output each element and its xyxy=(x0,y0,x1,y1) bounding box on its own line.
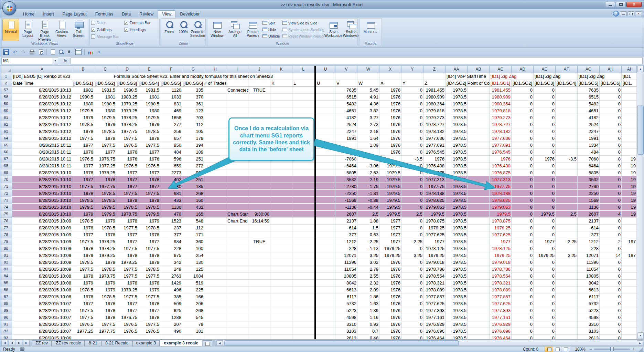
cell-C73[interactable]: 1978.5 xyxy=(94,197,116,204)
cell-Y81[interactable]: 3.25 xyxy=(401,252,423,259)
cell-A1[interactable]: [ID0] ESU5 [C] Renko 2t #23 xyxy=(12,73,71,80)
cell-Z91[interactable]: 1976.929 xyxy=(423,321,446,328)
cell-A78[interactable]: 8/28/2015 10:09 xyxy=(12,231,72,238)
row-header-72[interactable]: 72 xyxy=(0,190,12,197)
cell-B83[interactable]: 1977.5 xyxy=(72,266,94,273)
cell-B65[interactable]: 1977 xyxy=(72,142,94,149)
sheet-tab-example-3-recalc[interactable]: example 3 recalc xyxy=(160,340,202,346)
cell-AE85[interactable]: 0 xyxy=(534,280,556,287)
ribbon-tab-insert[interactable]: Insert xyxy=(39,10,58,18)
cell-AG79[interactable]: 1212 xyxy=(578,238,600,245)
cell-B72[interactable]: 1978 xyxy=(72,190,94,197)
row-header-61[interactable]: 61 xyxy=(0,114,12,121)
cell-Y87[interactable]: 0 xyxy=(401,293,423,300)
cell-V85[interactable]: 8042 xyxy=(335,280,357,287)
cell-AE2[interactable]: [ID1.SG3] xyxy=(534,80,556,87)
cell-F77[interactable]: 237 xyxy=(160,225,182,231)
column-header-D[interactable]: D xyxy=(116,66,138,73)
cell-AA77[interactable]: 1978.5 xyxy=(446,225,468,231)
cell-C60[interactable]: 1980 xyxy=(94,107,116,114)
cell-Y59[interactable]: 0 xyxy=(401,101,423,107)
ribbon-tab-developer[interactable]: Developer xyxy=(176,10,204,18)
cell-F81[interactable]: 675 xyxy=(160,252,182,259)
zoom-button[interactable]: Zoom xyxy=(162,19,176,41)
cell-E73[interactable]: 1978 xyxy=(138,197,160,204)
cell-AA76[interactable]: 1978.5 xyxy=(446,218,468,225)
cell-W91[interactable]: 0.93 xyxy=(357,321,379,328)
cell-AE74[interactable]: 0 xyxy=(534,204,556,211)
cell-AE62[interactable]: 0 xyxy=(534,121,556,128)
cell-AH92[interactable]: 0 xyxy=(600,328,622,335)
cell-AE78[interactable]: 0 xyxy=(534,231,556,238)
horizontal-scrollbar[interactable]: ◀ ▶ xyxy=(216,340,643,346)
cell-AD84[interactable]: 0 xyxy=(512,273,534,280)
cell-Y65[interactable]: 0 xyxy=(401,142,423,149)
cell-G68[interactable]: 272 xyxy=(182,163,204,169)
cell-AC62[interactable]: 1978.727 xyxy=(490,121,512,128)
cell-Z75[interactable]: 1979.5 xyxy=(423,211,446,218)
cell-G73[interactable]: 160 xyxy=(182,197,204,204)
cell-X88[interactable]: 1976 xyxy=(379,300,401,307)
cell-Z76[interactable]: 1978.875 xyxy=(423,218,446,225)
row-header-59[interactable]: 59 xyxy=(0,101,12,107)
qat-overflow-button[interactable]: ▾ xyxy=(95,48,103,56)
cell-B58[interactable]: 1980.5 xyxy=(72,94,94,101)
cell-V62[interactable]: 2524 xyxy=(335,121,357,128)
insert-function-button[interactable]: fx xyxy=(61,58,70,64)
cell-AH62[interactable]: 0 xyxy=(600,121,622,128)
cell-A68[interactable]: 8/28/2015 10:11 xyxy=(12,163,72,169)
cell-Z68[interactable]: 1976.438 xyxy=(423,163,446,169)
cell-D80[interactable]: 1977.5 xyxy=(116,245,138,252)
cell-E90[interactable]: 1978 xyxy=(138,314,160,321)
row-header-80[interactable]: 80 xyxy=(0,245,12,252)
cell-V58[interactable]: 6515 xyxy=(335,94,357,101)
cell-C72[interactable]: 1978.5 xyxy=(94,190,116,197)
cell-AG57[interactable]: 7635 xyxy=(578,87,600,94)
cell-D81[interactable]: 1978 xyxy=(116,252,138,259)
cell-J76[interactable]: 16:14:59 xyxy=(248,218,270,225)
cell-AG78[interactable]: 377 xyxy=(578,231,600,238)
cell-F86[interactable]: 496 xyxy=(160,287,182,293)
cell-A74[interactable]: 8/28/2015 10:10 xyxy=(12,204,72,211)
cell-B82[interactable]: 1978.5 xyxy=(72,259,94,266)
column-header-G[interactable]: G xyxy=(182,66,204,73)
cell-AA57[interactable]: 1978.5 xyxy=(446,87,468,94)
row-header-83[interactable]: 83 xyxy=(0,266,12,273)
cell-AG73[interactable]: 1569 xyxy=(578,197,600,204)
cell-C66[interactable]: 1977 xyxy=(94,149,116,156)
cell-AG76[interactable]: 2137 xyxy=(578,218,600,225)
cell-AG80[interactable]: 228 xyxy=(578,245,600,252)
cell-X61[interactable]: 1976 xyxy=(379,114,401,121)
cell-F92[interactable]: 490 xyxy=(160,328,182,335)
cell-AD61[interactable]: 0 xyxy=(512,114,534,121)
cell-A83[interactable]: 8/28/2015 10:09 xyxy=(12,266,72,273)
cell-F80[interactable]: 228 xyxy=(160,245,182,252)
name-box-dropdown-icon[interactable]: ▼ xyxy=(53,58,58,64)
cell-B66[interactable]: 1976 xyxy=(72,149,94,156)
tab-scrollbar-splitter[interactable] xyxy=(213,340,215,345)
cell-U2[interactable]: U xyxy=(316,80,335,87)
cell-AD83[interactable]: 0 xyxy=(512,266,534,273)
cell-C84[interactable]: 1978.75 xyxy=(94,273,116,280)
cell-D74[interactable]: 1978.5 xyxy=(116,204,138,211)
cell-A73[interactable]: 8/28/2015 10:10 xyxy=(12,197,72,204)
cell-B90[interactable]: 1977.5 xyxy=(72,314,94,321)
cell-F85[interactable]: 1429 xyxy=(160,280,182,287)
cell-X75[interactable]: 1979.5 xyxy=(379,211,401,218)
cell-AG67[interactable]: 7060 xyxy=(578,156,600,163)
cell-Y92[interactable]: 0 xyxy=(401,328,423,335)
cell-AG87[interactable]: 6117 xyxy=(578,293,600,300)
cell-W87[interactable]: 1.86 xyxy=(357,293,379,300)
cell-D64[interactable]: 1977.5 xyxy=(116,135,138,142)
cell-AA86[interactable]: 1978.5 xyxy=(446,287,468,293)
cell-AC80[interactable]: 1978.125 xyxy=(490,245,512,252)
cell-B1[interactable]: Formula Source Sheet #23. Enter and modi… xyxy=(72,73,314,80)
cell-X90[interactable]: 1976 xyxy=(379,314,401,321)
cell-E70[interactable]: 1978 xyxy=(138,176,160,183)
cell-Z81[interactable]: 1979.25 xyxy=(423,252,446,259)
cell-E67[interactable]: 1976 xyxy=(138,156,160,163)
table-button[interactable] xyxy=(75,48,82,56)
cell-A58[interactable]: 8/28/2015 10:12 xyxy=(12,94,72,101)
cell-Y74[interactable]: 0 xyxy=(401,204,423,211)
row-header-62[interactable]: 62 xyxy=(0,121,12,128)
